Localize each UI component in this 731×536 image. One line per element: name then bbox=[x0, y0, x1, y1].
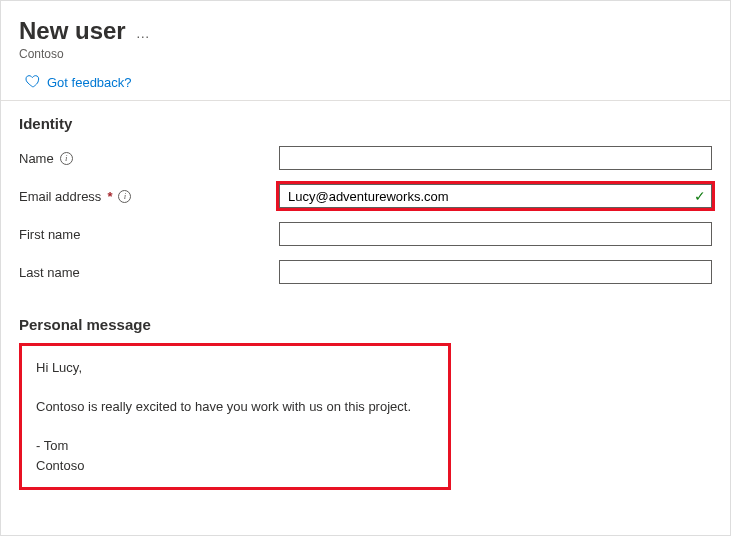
last-name-label: Last name bbox=[19, 265, 80, 280]
first-name-label: First name bbox=[19, 227, 80, 242]
more-actions-button[interactable]: … bbox=[136, 21, 152, 41]
personal-message-heading: Personal message bbox=[19, 316, 712, 333]
name-label: Name bbox=[19, 151, 54, 166]
last-name-input[interactable] bbox=[279, 260, 712, 284]
info-icon[interactable]: i bbox=[118, 190, 131, 203]
page-title: New user bbox=[19, 17, 126, 45]
email-input-highlight: ✓ bbox=[279, 184, 712, 208]
required-indicator: * bbox=[107, 189, 112, 204]
email-input[interactable] bbox=[279, 184, 712, 208]
divider bbox=[1, 100, 730, 101]
checkmark-icon: ✓ bbox=[694, 188, 706, 204]
name-input[interactable] bbox=[279, 146, 712, 170]
email-label: Email address bbox=[19, 189, 101, 204]
identity-heading: Identity bbox=[19, 115, 712, 132]
personal-message-textarea[interactable]: Hi Lucy, Contoso is really excited to ha… bbox=[19, 343, 451, 490]
feedback-link-text: Got feedback? bbox=[47, 75, 132, 90]
tenant-subtitle: Contoso bbox=[19, 47, 712, 61]
heart-icon bbox=[25, 73, 41, 92]
info-icon[interactable]: i bbox=[60, 152, 73, 165]
feedback-link[interactable]: Got feedback? bbox=[19, 73, 712, 92]
first-name-input[interactable] bbox=[279, 222, 712, 246]
